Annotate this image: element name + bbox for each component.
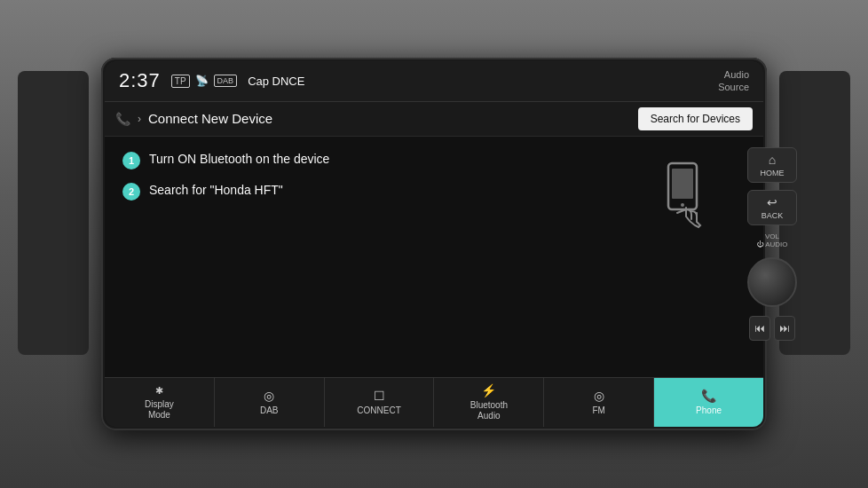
page-title: Connect New Device	[148, 111, 272, 126]
tab-fm-label: FM	[593, 405, 605, 416]
skip-buttons: ⏮ ⏭	[749, 316, 795, 341]
instruction-2-text: Search for "Honda HFT"	[149, 182, 283, 200]
instruction-1-text: Turn ON Bluetooth on the device	[149, 151, 329, 169]
tab-display-mode-label: DisplayMode	[145, 399, 174, 421]
dab-icon: ◎	[264, 389, 274, 403]
status-icons: TP 📡 DAB Cap DNCE	[171, 75, 305, 88]
volume-knob[interactable]	[747, 257, 797, 307]
main-content: 1 Turn ON Bluetooth on the device 2 Sear…	[105, 137, 763, 377]
skip-back-button[interactable]: ⏮	[749, 316, 770, 341]
tab-connect-label: CONNECT	[357, 405, 400, 416]
tab-phone-icon: 📞	[701, 389, 716, 403]
signal-icon: 📡	[195, 75, 209, 87]
vol-audio-label: VOL	[756, 232, 787, 240]
vol-label-area: VOL ⏻ AUDIO	[756, 232, 787, 248]
audio-source: Audio Source	[718, 68, 749, 94]
step-2-badge: 2	[122, 183, 140, 201]
breadcrumb-chevron: ›	[138, 113, 141, 125]
tab-connect[interactable]: ☐ CONNECT	[325, 378, 435, 427]
phone-icon: 📞	[115, 112, 130, 126]
tab-fm[interactable]: ◎ FM	[544, 378, 654, 427]
instruction-step-2: 2 Search for "Honda HFT"	[122, 182, 329, 201]
svg-rect-1	[672, 169, 693, 199]
brightness-icon: ✱	[155, 385, 163, 397]
bluetooth-icon: ⚡	[481, 383, 496, 397]
clock-display: 2:37	[119, 69, 161, 92]
tab-display-mode[interactable]: ✱ DisplayMode	[105, 378, 215, 427]
fm-icon: ◎	[594, 389, 604, 403]
instruction-step-1: 1 Turn ON Bluetooth on the device	[122, 151, 329, 169]
home-label: HOME	[761, 169, 785, 177]
station-name: Cap DNCE	[248, 75, 304, 88]
status-bar: 2:37 TP 📡 DAB Cap DNCE Audio Source	[105, 61, 763, 102]
connect-icon: ☐	[374, 389, 385, 403]
back-icon: ↩	[767, 195, 777, 209]
home-icon: ⌂	[769, 153, 776, 167]
navigation-bar: 📞 › Connect New Device Search for Device…	[105, 102, 763, 137]
tab-phone-label: Phone	[696, 405, 722, 416]
tab-dab[interactable]: ◎ DAB	[215, 378, 325, 427]
tab-bar: ✱ DisplayMode ◎ DAB ☐ CONNECT ⚡ Bluetoot…	[105, 377, 763, 427]
skip-forward-button[interactable]: ⏭	[774, 316, 795, 341]
back-label: BACK	[761, 211, 784, 220]
tab-bluetooth-audio-label: BluetoothAudio	[470, 400, 508, 421]
infotainment-screen: 2:37 TP 📡 DAB Cap DNCE Audio Source 📞	[105, 61, 763, 427]
tp-badge: TP	[171, 75, 190, 88]
instructions-list: 1 Turn ON Bluetooth on the device 2 Sear…	[122, 151, 329, 201]
side-controls: ⌂ HOME ↩ BACK VOL ⏻ AUDIO ⏮ ⏭	[747, 147, 797, 341]
back-button[interactable]: ↩ BACK	[747, 190, 797, 225]
status-left: 2:37 TP 📡 DAB Cap DNCE	[119, 69, 304, 92]
nav-left: 📞 › Connect New Device	[115, 111, 272, 126]
dab-badge: DAB	[214, 75, 238, 87]
tab-dab-label: DAB	[260, 405, 279, 416]
bluetooth-device-illustration	[648, 160, 728, 240]
vol-audio-sublabel: ⏻ AUDIO	[756, 240, 787, 248]
car-background: ⌂ HOME ↩ BACK VOL ⏻ AUDIO ⏮ ⏭ 2:37 TP	[0, 0, 868, 488]
screen-outer: 2:37 TP 📡 DAB Cap DNCE Audio Source 📞	[101, 58, 767, 430]
search-devices-button[interactable]: Search for Devices	[638, 107, 753, 130]
tab-phone[interactable]: 📞 Phone	[654, 378, 763, 427]
step-1-badge: 1	[122, 152, 140, 169]
home-button[interactable]: ⌂ HOME	[747, 147, 797, 183]
tab-bluetooth-audio[interactable]: ⚡ BluetoothAudio	[434, 378, 544, 427]
svg-point-2	[681, 203, 684, 207]
vent-left	[18, 71, 89, 355]
